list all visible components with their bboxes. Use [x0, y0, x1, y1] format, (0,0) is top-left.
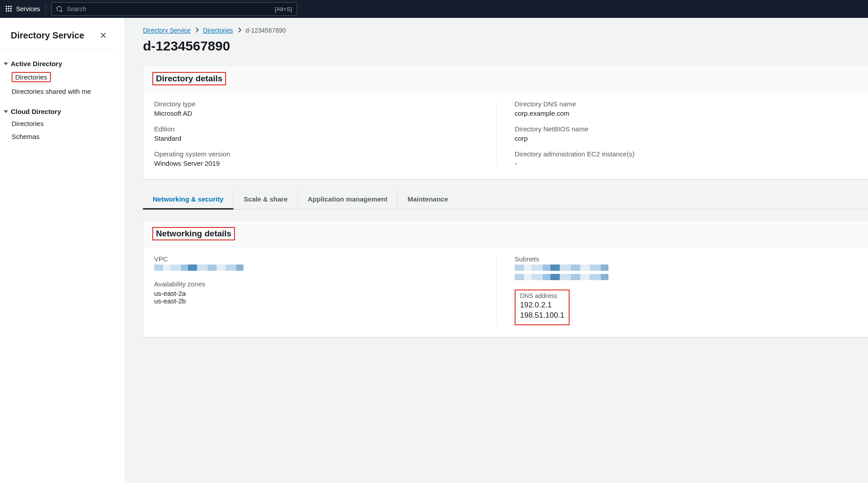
tab-app-management[interactable]: Application management [298, 190, 398, 209]
svg-rect-3 [6, 8, 7, 9]
field-value-az-1: us-east-2b [154, 297, 483, 305]
tabs: Networking & security Scale & share Appl… [143, 190, 868, 210]
field-label-os-version: Operating system version [154, 150, 483, 158]
close-icon [100, 32, 107, 39]
directory-details-panel: Directory details Directory type Microso… [143, 65, 868, 179]
field-label-directory-type: Directory type [154, 100, 483, 108]
svg-rect-8 [10, 10, 12, 12]
nav-item-label: Schemas [12, 133, 40, 140]
networking-details-panel: Networking details VPC Availability zone… [143, 220, 868, 337]
breadcrumb-root[interactable]: Directory Service [143, 27, 191, 34]
nav-item-label: Directories [12, 120, 44, 127]
nav-item-directories[interactable]: Directories [4, 69, 116, 85]
field-value-az-0: us-east-2a [154, 290, 483, 297]
caret-down-icon [4, 110, 8, 113]
field-value-netbios: corp [515, 134, 857, 142]
services-menu-button[interactable]: Services [5, 5, 40, 13]
search-shortcut-hint: [Alt+S] [275, 6, 292, 13]
field-label-dns-name: Directory DNS name [515, 100, 857, 108]
page-title: d-1234567890 [143, 38, 868, 54]
panel-heading: Networking details [152, 227, 235, 240]
chevron-right-icon [195, 27, 199, 34]
tab-scale-share[interactable]: Scale & share [234, 190, 298, 209]
networking-column-left: VPC Availability zones us-east-2a us-eas… [154, 255, 497, 325]
field-label-admin-ec2: Directory administration EC2 instance(s) [515, 150, 857, 158]
redacted-subnet-value [515, 274, 608, 280]
details-column-left: Directory type Microsoft AD Edition Stan… [154, 100, 497, 167]
networking-column-right: Subnets DNS address 192.0.2.1 198.51.100… [515, 255, 857, 325]
nav-item-directories-shared[interactable]: Directories shared with me [4, 85, 116, 98]
nav-item-label: Directories [12, 72, 51, 82]
svg-rect-4 [8, 8, 9, 9]
dns-address-highlight: DNS address 192.0.2.1 198.51.100.1 [515, 290, 570, 325]
svg-rect-0 [6, 6, 7, 7]
field-value-dns-0: 192.0.2.1 [520, 300, 564, 311]
field-value-dns-1: 198.51.100.1 [520, 311, 564, 321]
field-value-dns-name: corp.example.com [515, 109, 857, 117]
field-value-directory-type: Microsoft AD [154, 109, 483, 117]
sidebar-title: Directory Service [11, 30, 84, 41]
redacted-vpc-value [154, 265, 243, 271]
field-value-edition: Standard [154, 134, 483, 142]
nav-group-cloud-directory[interactable]: Cloud Directory [4, 106, 116, 117]
tab-maintenance[interactable]: Maintenance [398, 190, 458, 209]
main-content: Directory Service Directories d-12345678… [125, 18, 868, 483]
field-value-os-version: Windows Server 2019 [154, 160, 483, 167]
chevron-right-icon [238, 27, 241, 34]
details-column-right: Directory DNS name corp.example.com Dire… [515, 100, 857, 167]
nav-group-active-directory[interactable]: Active Directory [4, 58, 116, 69]
svg-rect-6 [6, 10, 7, 12]
caret-down-icon [4, 63, 8, 65]
search-icon [56, 6, 63, 13]
nav-item-cd-directories[interactable]: Directories [4, 117, 116, 130]
tab-networking-security[interactable]: Networking & security [143, 190, 234, 210]
nav-group-label: Active Directory [11, 60, 62, 67]
field-value-vpc [154, 265, 483, 272]
svg-rect-2 [10, 6, 12, 7]
panel-heading: Directory details [152, 72, 226, 85]
search-input[interactable] [67, 5, 271, 13]
field-value-subnets [515, 265, 857, 281]
search-box[interactable]: [Alt+S] [51, 2, 297, 16]
field-label-subnets: Subnets [515, 255, 857, 263]
breadcrumb: Directory Service Directories d-12345678… [143, 27, 868, 34]
breadcrumb-current: d-1234567890 [246, 27, 286, 34]
field-label-az: Availability zones [154, 280, 483, 288]
topbar-divider [46, 4, 46, 14]
nav-group-label: Cloud Directory [11, 108, 61, 115]
sidebar: Directory Service Active Directory Direc… [0, 18, 125, 483]
nav-item-label: Directories shared with me [12, 88, 91, 95]
field-label-edition: Edition [154, 125, 483, 133]
topbar: Services [Alt+S] [0, 0, 868, 18]
grid-icon [5, 5, 13, 13]
field-value-admin-ec2: - [515, 160, 857, 167]
svg-rect-5 [10, 8, 12, 9]
svg-rect-1 [8, 6, 9, 7]
svg-rect-7 [8, 10, 9, 12]
redacted-subnet-value [515, 265, 608, 271]
field-label-dns-address: DNS address [520, 292, 564, 299]
field-label-netbios: Directory NetBIOS name [515, 125, 857, 133]
field-label-vpc: VPC [154, 255, 483, 263]
services-label: Services [16, 5, 40, 13]
breadcrumb-directories[interactable]: Directories [203, 27, 233, 34]
nav-item-cd-schemas[interactable]: Schemas [4, 130, 116, 143]
sidebar-collapse-button[interactable] [100, 31, 107, 40]
